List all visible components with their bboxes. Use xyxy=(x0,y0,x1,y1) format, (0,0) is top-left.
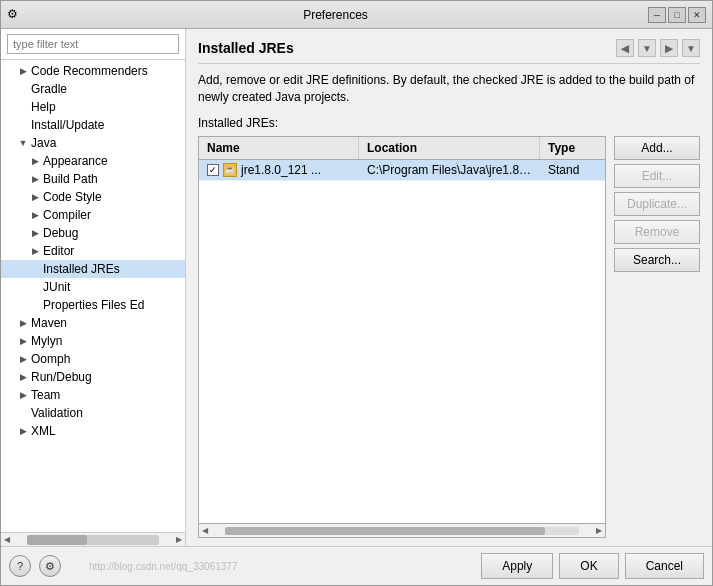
sidebar-item-label: Oomph xyxy=(31,352,70,366)
expand-icon xyxy=(17,119,29,131)
sidebar-item-label: Team xyxy=(31,388,60,402)
help-button[interactable]: ? xyxy=(9,555,31,577)
scroll-left-arrow[interactable]: ◀ xyxy=(1,535,13,544)
sidebar-item-build-path[interactable]: ▶ Build Path xyxy=(1,170,185,188)
sidebar-item-gradle[interactable]: Gradle xyxy=(1,80,185,98)
edit-button[interactable]: Edit... xyxy=(614,164,700,188)
table-row[interactable]: ☕ jre1.8.0_121 ... C:\Program Files\Java… xyxy=(199,160,605,181)
expand-icon xyxy=(17,83,29,95)
title-bar: ⚙ Preferences ─ □ ✕ xyxy=(1,1,712,29)
main-panel: Installed JREs ◀ ▼ ▶ ▼ Add, remove or ed… xyxy=(186,29,712,546)
sidebar-item-editor[interactable]: ▶ Editor xyxy=(1,242,185,260)
table-horizontal-scroll[interactable]: ◀ ▶ xyxy=(199,523,605,537)
cancel-button[interactable]: Cancel xyxy=(625,553,704,579)
sidebar-item-help[interactable]: Help xyxy=(1,98,185,116)
expand-icon: ▶ xyxy=(29,209,41,221)
jre-name-text: jre1.8.0_121 ... xyxy=(241,163,321,177)
watermark-text: http://blog.csdn.net/qq_33061377 xyxy=(89,561,237,572)
sidebar-item-label: Code Style xyxy=(43,190,102,204)
settings-button[interactable]: ⚙ xyxy=(39,555,61,577)
title-bar-left: ⚙ xyxy=(7,7,23,23)
expand-icon: ▶ xyxy=(29,173,41,185)
sidebar-item-properties-files[interactable]: Properties Files Ed xyxy=(1,296,185,314)
forward-button[interactable]: ▶ xyxy=(660,39,678,57)
sidebar-item-label: Install/Update xyxy=(31,118,104,132)
expand-icon: ▶ xyxy=(29,155,41,167)
settings-icon: ⚙ xyxy=(45,560,55,573)
sidebar-item-java[interactable]: ▼ Java xyxy=(1,134,185,152)
forward-dropdown[interactable]: ▼ xyxy=(682,39,700,57)
jre-action-buttons: Add... Edit... Duplicate... Remove Searc… xyxy=(614,136,700,538)
h-scroll-thumb xyxy=(225,527,545,535)
sidebar-item-validation[interactable]: Validation xyxy=(1,404,185,422)
bottom-bar: ? ⚙ http://blog.csdn.net/qq_33061377 App… xyxy=(1,546,712,585)
sidebar-item-installed-jres[interactable]: Installed JREs xyxy=(1,260,185,278)
search-box xyxy=(1,29,185,60)
expand-icon: ▶ xyxy=(17,371,29,383)
restore-button[interactable]: □ xyxy=(668,7,686,23)
table-header: Name Location Type xyxy=(199,137,605,160)
sidebar-item-compiler[interactable]: ▶ Compiler xyxy=(1,206,185,224)
back-button[interactable]: ◀ xyxy=(616,39,634,57)
add-button[interactable]: Add... xyxy=(614,136,700,160)
sidebar-item-mylyn[interactable]: ▶ Mylyn xyxy=(1,332,185,350)
sidebar-horizontal-scroll[interactable]: ◀ ▶ xyxy=(1,532,185,546)
scroll-right-arrow[interactable]: ▶ xyxy=(173,535,185,544)
sidebar-item-appearance[interactable]: ▶ Appearance xyxy=(1,152,185,170)
sidebar-item-code-recommenders[interactable]: ▶ Code Recommenders xyxy=(1,62,185,80)
duplicate-button[interactable]: Duplicate... xyxy=(614,192,700,216)
sidebar-item-xml[interactable]: ▶ XML xyxy=(1,422,185,440)
sidebar-item-label: Code Recommenders xyxy=(31,64,148,78)
expand-icon: ▶ xyxy=(29,245,41,257)
nav-dropdown[interactable]: ▼ xyxy=(638,39,656,57)
sidebar-item-label: Appearance xyxy=(43,154,108,168)
h-scroll-left-arrow[interactable]: ◀ xyxy=(199,526,211,535)
sidebar-item-label: Debug xyxy=(43,226,78,240)
jre-checkbox[interactable] xyxy=(207,164,219,176)
sidebar-item-code-style[interactable]: ▶ Code Style xyxy=(1,188,185,206)
h-scroll-right-arrow[interactable]: ▶ xyxy=(593,526,605,535)
expand-icon xyxy=(17,407,29,419)
sidebar-item-label: Validation xyxy=(31,406,83,420)
sidebar-item-label: Gradle xyxy=(31,82,67,96)
sidebar-item-label: Installed JREs xyxy=(43,262,120,276)
sidebar-item-install-update[interactable]: Install/Update xyxy=(1,116,185,134)
sidebar: ▶ Code Recommenders Gradle Help Install/… xyxy=(1,29,186,546)
expand-icon xyxy=(17,101,29,113)
description-text: Add, remove or edit JRE definitions. By … xyxy=(198,72,700,106)
sidebar-item-junit[interactable]: JUnit xyxy=(1,278,185,296)
ok-button[interactable]: OK xyxy=(559,553,618,579)
minimize-button[interactable]: ─ xyxy=(648,7,666,23)
bottom-left: ? ⚙ http://blog.csdn.net/qq_33061377 xyxy=(9,555,477,577)
app-icon: ⚙ xyxy=(7,7,23,23)
sidebar-item-label: XML xyxy=(31,424,56,438)
expand-icon xyxy=(29,281,41,293)
expand-icon xyxy=(29,263,41,275)
col-header-location: Location xyxy=(359,137,540,159)
title-bar-center: Preferences xyxy=(23,8,648,22)
cell-location: C:\Program Files\Java\jre1.8.0_... xyxy=(359,160,540,180)
panel-title-bar: Installed JREs ◀ ▼ ▶ ▼ xyxy=(198,39,700,64)
sidebar-item-label: Help xyxy=(31,100,56,114)
tree: ▶ Code Recommenders Gradle Help Install/… xyxy=(1,60,185,532)
expand-icon: ▶ xyxy=(17,317,29,329)
sidebar-item-maven[interactable]: ▶ Maven xyxy=(1,314,185,332)
expand-icon: ▶ xyxy=(17,335,29,347)
jre-table: Name Location Type ☕ jre1.8.0_121 ... C:… xyxy=(198,136,606,538)
cell-type: Stand xyxy=(540,160,605,180)
bottom-action-buttons: Apply OK Cancel xyxy=(481,553,704,579)
search-button[interactable]: Search... xyxy=(614,248,700,272)
sidebar-item-label: Mylyn xyxy=(31,334,62,348)
search-input[interactable] xyxy=(7,34,179,54)
sidebar-item-debug[interactable]: ▶ Debug xyxy=(1,224,185,242)
jre-table-container: Name Location Type ☕ jre1.8.0_121 ... C:… xyxy=(198,136,700,538)
expand-icon: ▶ xyxy=(17,65,29,77)
sidebar-item-run-debug[interactable]: ▶ Run/Debug xyxy=(1,368,185,386)
apply-button[interactable]: Apply xyxy=(481,553,553,579)
sidebar-item-oomph[interactable]: ▶ Oomph xyxy=(1,350,185,368)
sidebar-item-team[interactable]: ▶ Team xyxy=(1,386,185,404)
remove-button[interactable]: Remove xyxy=(614,220,700,244)
col-header-type: Type xyxy=(540,137,605,159)
expand-icon: ▼ xyxy=(17,137,29,149)
close-button[interactable]: ✕ xyxy=(688,7,706,23)
